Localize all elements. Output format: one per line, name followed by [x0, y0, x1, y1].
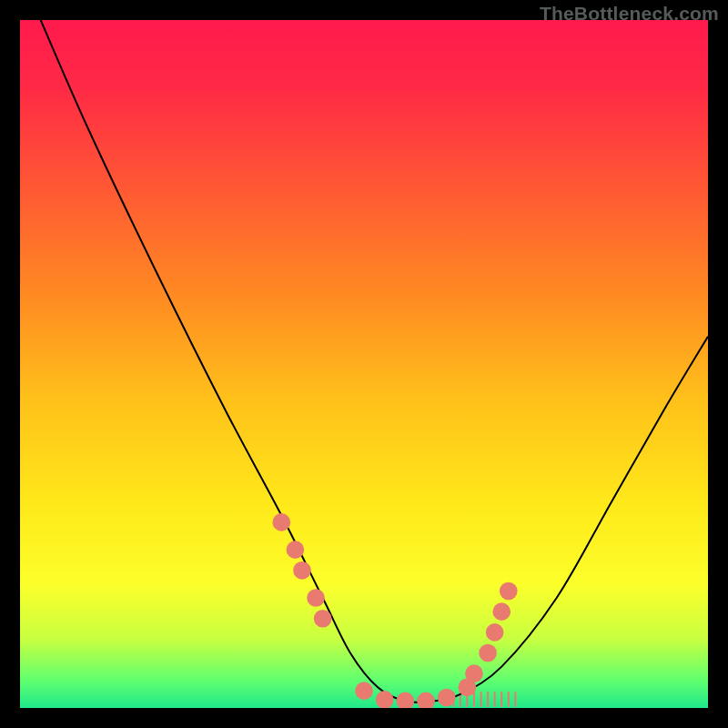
svg-point-22 [479, 644, 497, 662]
chart-frame: TheBottleneck.com [0, 0, 728, 728]
svg-point-12 [293, 561, 311, 580]
svg-point-24 [492, 602, 511, 621]
svg-point-10 [272, 513, 290, 531]
svg-point-11 [287, 541, 305, 559]
svg-point-14 [314, 610, 332, 628]
svg-point-15 [355, 682, 373, 700]
svg-point-19 [438, 689, 456, 707]
svg-point-13 [307, 589, 325, 607]
gradient-background [20, 20, 708, 708]
bottleneck-chart [20, 20, 708, 708]
svg-point-16 [376, 691, 394, 708]
watermark-text: TheBottleneck.com [540, 3, 719, 25]
svg-point-25 [500, 582, 518, 601]
svg-point-23 [486, 623, 504, 642]
svg-point-21 [465, 664, 483, 682]
